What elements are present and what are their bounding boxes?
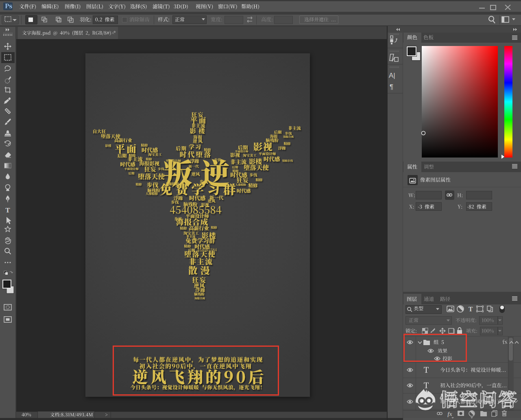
svg-text:¶: ¶ [390,83,393,91]
svg-text:A|: A| [389,72,395,79]
svg-text:T: T [5,206,10,214]
svg-text:T: T [469,306,473,313]
svg-text:fx: fx [447,411,452,417]
